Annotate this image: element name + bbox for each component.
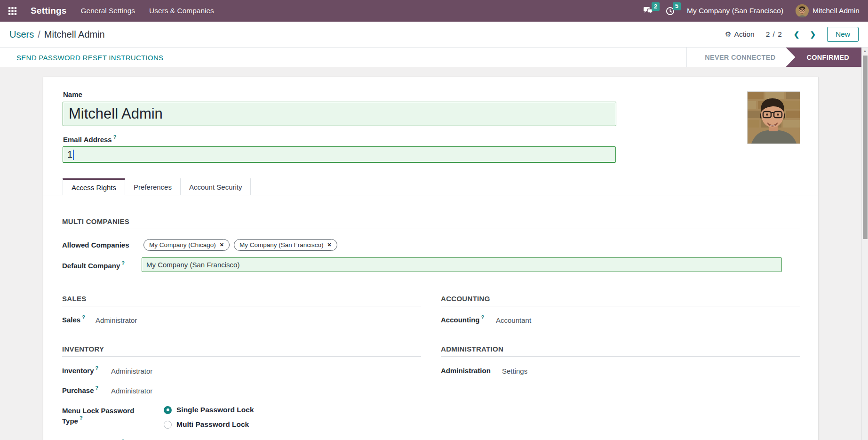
- radio-label: Single Password Lock: [176, 406, 254, 414]
- scrollbar-up-icon[interactable]: ▲: [862, 49, 868, 53]
- form-sheet: Name Mitchell Admin Email Address? 1 Acc…: [43, 77, 819, 440]
- menu-lock-label: Menu Lock Password Type: [62, 407, 134, 425]
- sales-value[interactable]: Administrator: [96, 316, 137, 324]
- user-avatar: [796, 4, 809, 17]
- state-confirmed: CONFIRMED: [786, 48, 862, 67]
- default-company-label-row: Default Company?: [62, 262, 125, 270]
- email-label: Email Address: [63, 136, 112, 144]
- help-icon[interactable]: ?: [82, 314, 85, 320]
- close-icon[interactable]: ✕: [220, 242, 224, 248]
- accounting-label: Accounting: [441, 316, 480, 324]
- menu-lock-label-row: Menu Lock Password Type?: [62, 406, 146, 426]
- section-underline: [62, 229, 800, 229]
- messages-button[interactable]: 2: [643, 7, 653, 15]
- company-switcher[interactable]: My Company (San Francisco): [687, 7, 783, 15]
- help-icon[interactable]: ?: [80, 415, 83, 421]
- chevron-right-icon[interactable]: ❯: [810, 30, 816, 39]
- grid-icon: [8, 7, 16, 15]
- radio-multi-password-lock[interactable]: Multi Password Lock: [164, 420, 249, 429]
- section-underline: [62, 356, 421, 357]
- statusbar-states: NEVER CONNECTED CONFIRMED: [686, 48, 861, 67]
- user-menu[interactable]: Mitchell Admin: [796, 4, 860, 17]
- default-company-label: Default Company: [62, 262, 120, 270]
- help-icon[interactable]: ?: [113, 134, 117, 140]
- current-app-name[interactable]: Settings: [31, 6, 67, 16]
- profile-photo[interactable]: [747, 91, 800, 144]
- text-caret: [73, 150, 74, 160]
- new-button[interactable]: New: [827, 27, 859, 42]
- user-name: Mitchell Admin: [812, 7, 860, 15]
- sales-label-row: Sales?: [62, 316, 85, 324]
- odoo-users-form-page: Settings General Settings Users & Compan…: [0, 0, 868, 440]
- scrollbar-thumb[interactable]: [863, 56, 868, 239]
- allowed-companies-tags: My Company (Chicago) ✕ My Company (San F…: [143, 239, 337, 251]
- default-company-value: My Company (San Francisco): [146, 261, 239, 269]
- messages-count-badge: 2: [652, 2, 660, 11]
- radio-unselected-icon[interactable]: [164, 421, 172, 429]
- breadcrumb: Users / Mitchell Admin: [9, 29, 105, 40]
- section-underline: [441, 356, 800, 357]
- purchase-label: Purchase: [62, 386, 94, 394]
- radio-selected-icon[interactable]: [164, 406, 172, 414]
- gear-icon: ⚙: [725, 30, 731, 39]
- accounting-value[interactable]: Accountant: [496, 316, 531, 324]
- form-status-bar: SEND PASSWORD RESET INSTRUCTIONS NEVER C…: [0, 48, 868, 67]
- default-company-input[interactable]: My Company (San Francisco): [142, 257, 782, 272]
- control-panel: Users / Mitchell Admin ⚙ Action 2 / 2 ❮ …: [0, 22, 868, 48]
- company-tag-text: My Company (San Francisco): [239, 241, 324, 248]
- help-icon[interactable]: ?: [96, 385, 99, 391]
- record-pager-counter: 2 / 2: [766, 30, 782, 39]
- tab-preferences[interactable]: Preferences: [125, 178, 181, 195]
- send-password-reset-button[interactable]: SEND PASSWORD RESET INSTRUCTIONS: [16, 48, 163, 67]
- activities-button[interactable]: 5: [666, 7, 675, 16]
- purchase-value[interactable]: Administrator: [111, 387, 152, 395]
- help-icon[interactable]: ?: [481, 314, 485, 320]
- breadcrumb-current-record: Mitchell Admin: [44, 29, 105, 40]
- section-underline: [441, 306, 800, 306]
- section-multi-companies: MULTI COMPANIES: [62, 217, 129, 225]
- apps-menu-button[interactable]: [8, 7, 16, 15]
- state-never-connected[interactable]: NEVER CONNECTED: [686, 48, 795, 67]
- radio-single-password-lock[interactable]: Single Password Lock: [164, 406, 254, 414]
- help-icon[interactable]: ?: [96, 365, 99, 371]
- name-label: Name: [63, 90, 82, 98]
- accounting-label-row: Accounting?: [441, 316, 484, 324]
- activities-count-badge: 5: [673, 2, 681, 11]
- email-input[interactable]: 1: [63, 146, 616, 163]
- administration-value[interactable]: Settings: [502, 367, 527, 375]
- sales-label: Sales: [62, 316, 80, 324]
- administration-label-row: Administration: [441, 367, 491, 375]
- notebook-tabs: Access Rights Preferences Account Securi…: [63, 178, 251, 195]
- section-administration: ADMINISTRATION: [441, 345, 503, 353]
- company-tag[interactable]: My Company (Chicago) ✕: [143, 239, 230, 251]
- allowed-companies-label: Allowed Companies: [62, 241, 129, 249]
- breadcrumb-separator: /: [38, 29, 40, 40]
- close-icon[interactable]: ✕: [327, 242, 332, 248]
- breadcrumb-users-link[interactable]: Users: [9, 29, 34, 40]
- action-menu-button[interactable]: ⚙ Action: [725, 30, 755, 39]
- help-icon[interactable]: ?: [121, 260, 125, 266]
- company-tag[interactable]: My Company (San Francisco) ✕: [234, 239, 337, 251]
- inventory-label: Inventory: [62, 367, 94, 375]
- menu-users-companies[interactable]: Users & Companies: [149, 7, 214, 15]
- inventory-value[interactable]: Administrator: [111, 367, 152, 375]
- name-input[interactable]: Mitchell Admin: [63, 102, 616, 126]
- company-tag-text: My Company (Chicago): [149, 241, 216, 248]
- vertical-scrollbar[interactable]: ▲: [861, 48, 868, 440]
- inventory-label-row: Inventory?: [62, 367, 98, 375]
- purchase-label-row: Purchase?: [62, 386, 98, 395]
- tab-account-security[interactable]: Account Security: [181, 178, 251, 195]
- email-label-row: Email Address?: [63, 136, 116, 144]
- top-navbar: Settings General Settings Users & Compan…: [0, 0, 868, 22]
- chevron-left-icon[interactable]: ❮: [794, 30, 800, 39]
- section-accounting: ACCOUNTING: [441, 295, 490, 303]
- email-input-value: 1: [67, 149, 72, 160]
- section-inventory: INVENTORY: [62, 345, 104, 353]
- section-underline: [62, 306, 421, 306]
- action-menu-label: Action: [734, 30, 755, 39]
- radio-label: Multi Password Lock: [176, 420, 249, 429]
- section-sales: SALES: [62, 295, 87, 303]
- tab-access-rights[interactable]: Access Rights: [63, 178, 125, 195]
- menu-general-settings[interactable]: General Settings: [81, 7, 135, 15]
- administration-label: Administration: [441, 367, 491, 375]
